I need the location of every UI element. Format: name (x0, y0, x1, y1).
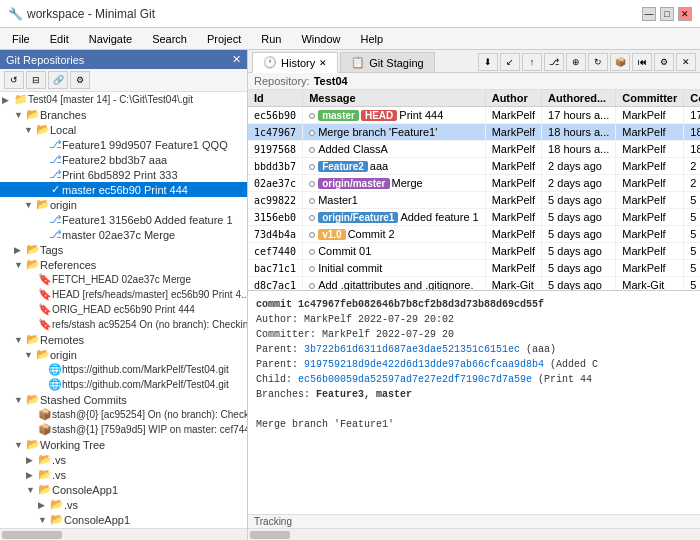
parent1-link[interactable]: 3b722b61d6311d687ae3dae521351c6151ec (304, 344, 520, 355)
table-row[interactable]: bbdd3b7Feature2aaaMarkPelf2 days agoMark… (248, 158, 700, 175)
commit-author: MarkPelf (485, 107, 541, 124)
col-id[interactable]: Id (248, 90, 303, 107)
origin-master[interactable]: ⎇ master 02ae37c Merge (0, 227, 247, 242)
menu-item-help[interactable]: Help (357, 32, 388, 46)
origin-node[interactable]: ▼ 📂 origin (0, 197, 247, 212)
vs-folder-1[interactable]: ▶ 📂 .vs (0, 452, 247, 467)
consoleapp1-vs[interactable]: ▶ 📂 .vs (0, 497, 247, 512)
tags-node[interactable]: ▶ 📂 Tags (0, 242, 247, 257)
consoleapp1-root[interactable]: ▼ 📂 ConsoleApp1 (0, 482, 247, 497)
tab-history[interactable]: 🕐 History ✕ (252, 52, 338, 73)
close-right-btn[interactable]: ✕ (676, 53, 696, 71)
vs-folder-2[interactable]: ▶ 📂 .vs (0, 467, 247, 482)
node-text: FETCH_HEAD 02ae37c Merge (52, 274, 191, 285)
table-row[interactable]: 1c47967Merge branch 'Feature1'MarkPelf18… (248, 124, 700, 141)
reset-btn[interactable]: ⏮ (632, 53, 652, 71)
commit-committed: 18 hours a... (684, 141, 700, 158)
menu-item-navigate[interactable]: Navigate (85, 32, 136, 46)
branches-node[interactable]: ▼ 📂 Branches (0, 107, 247, 122)
parent2-link[interactable]: 919759218d9de422d6d13dde97ab66cfcaa9d8b4 (304, 359, 544, 370)
close-panel-btn[interactable]: ✕ (232, 53, 241, 66)
commit-table-scroll[interactable]: Id Message Author Authored... Committer … (248, 90, 700, 290)
commit-authored: 18 hours a... (542, 141, 616, 158)
tab-close-icon[interactable]: ✕ (319, 58, 327, 68)
parent2-line: Parent: 919759218d9de422d6d13dde97ab66cf… (256, 357, 692, 372)
table-row[interactable]: bac71c1Initial commitMarkPelf5 days agoM… (248, 260, 700, 277)
commit-message-detail: Merge branch 'Feature1' (256, 417, 692, 432)
menu-item-window[interactable]: Window (297, 32, 344, 46)
merge-btn[interactable]: ⊕ (566, 53, 586, 71)
local-node[interactable]: ▼ 📂 Local (0, 122, 247, 137)
remote-url-2[interactable]: 🌐 https://github.com/MarkPelf/Test04.git (0, 377, 247, 392)
branch-icon: ⎇ (48, 153, 62, 166)
child-line: Child: ec56b00059da52597ad7e27e2df7190c7… (256, 372, 692, 387)
commit-committed: 5 days ago (684, 243, 700, 260)
orig-head-ref[interactable]: 🔖 ORIG_HEAD ec56b90 Print 444 (0, 302, 247, 317)
menu-item-run[interactable]: Run (257, 32, 285, 46)
maximize-btn[interactable]: □ (660, 7, 674, 21)
col-message[interactable]: Message (303, 90, 486, 107)
minimize-btn[interactable]: — (642, 7, 656, 21)
left-panel-hscroll[interactable] (0, 528, 247, 540)
remotes-node[interactable]: ▼ 📂 Remotes (0, 332, 247, 347)
table-row[interactable]: ac99822Master1MarkPelf5 days agoMarkPelf… (248, 192, 700, 209)
print-branch[interactable]: ⎇ Print 6bd5892 Print 333 (0, 167, 247, 182)
table-row[interactable]: cef7440Commit 01MarkPelf5 days agoMarkPe… (248, 243, 700, 260)
table-row[interactable]: ec56b90masterHEADPrint 444MarkPelf17 hou… (248, 107, 700, 124)
consoleapp1-inner[interactable]: ▼ 📂 ConsoleApp1 (0, 512, 247, 527)
git-repos-label: Git Repositories (6, 54, 84, 66)
commit-committed: 18 hours a... (684, 124, 700, 141)
settings-right-btn[interactable]: ⚙ (654, 53, 674, 71)
node-text: Feature1 3156eb0 Added feature 1 (62, 214, 233, 226)
master-branch[interactable]: ✓ master ec56b90 Print 444 (0, 182, 247, 197)
feature2-branch[interactable]: ⎇ Feature2 bbd3b7 aaa (0, 152, 247, 167)
push-btn[interactable]: ↑ (522, 53, 542, 71)
col-committed[interactable]: Committe... (684, 90, 700, 107)
collapse-btn[interactable]: ⊟ (26, 71, 46, 89)
link-btn[interactable]: 🔗 (48, 71, 68, 89)
menu-item-file[interactable]: File (8, 32, 34, 46)
table-row[interactable]: 9197568Added ClassAMarkPelf18 hours a...… (248, 141, 700, 158)
remotes-origin-node[interactable]: ▼ 📂 origin (0, 347, 247, 362)
tab-staging[interactable]: 📋 Git Staging (340, 52, 434, 72)
origin-feature1[interactable]: ⎇ Feature1 3156eb0 Added feature 1 (0, 212, 247, 227)
settings-btn[interactable]: ⚙ (70, 71, 90, 89)
node-text: origin (50, 199, 77, 211)
table-row[interactable]: d8c7ac1Add .gitattributes and .gitignore… (248, 277, 700, 291)
col-author[interactable]: Author (485, 90, 541, 107)
child-link[interactable]: ec56b00059da52597ad7e27e2df7190c7d7a59e (298, 374, 532, 385)
right-panel-hscroll[interactable] (248, 528, 700, 540)
pull-btn[interactable]: ↙ (500, 53, 520, 71)
rebase-btn[interactable]: ↻ (588, 53, 608, 71)
head-ref[interactable]: 🔖 HEAD [refs/heads/master] ec56b90 Print… (0, 287, 247, 302)
stash-0[interactable]: 📦 stash@{0} [ac95254] On (no branch): Ch… (0, 407, 247, 422)
table-row[interactable]: 3156eb0origin/Feature1Added feature 1Mar… (248, 209, 700, 226)
working-tree-node[interactable]: ▼ 📂 Working Tree (0, 437, 247, 452)
stashed-commits-node[interactable]: ▼ 📂 Stashed Commits (0, 392, 247, 407)
node-text: refs/stash ac95254 On (no branch): Check… (52, 319, 247, 330)
fetch-head-ref[interactable]: 🔖 FETCH_HEAD 02ae37c Merge (0, 272, 247, 287)
feature1-branch[interactable]: ⎇ Feature1 99d9507 Feature1 QQQ (0, 137, 247, 152)
menu-item-edit[interactable]: Edit (46, 32, 73, 46)
menu-item-project[interactable]: Project (203, 32, 245, 46)
stash-btn[interactable]: 📦 (610, 53, 630, 71)
stash-ref[interactable]: 🔖 refs/stash ac95254 On (no branch): Che… (0, 317, 247, 332)
tree-root[interactable]: ▶ 📁 Test04 [master 14] - C:\Git\Test04\.… (0, 92, 247, 107)
table-row[interactable]: 02ae37corigin/masterMergeMarkPelf2 days … (248, 175, 700, 192)
repo-info-bar: Repository: Test04 (248, 73, 700, 90)
menu-item-search[interactable]: Search (148, 32, 191, 46)
branch-btn[interactable]: ⎇ (544, 53, 564, 71)
col-authored[interactable]: Authored... (542, 90, 616, 107)
refresh-btn[interactable]: ↺ (4, 71, 24, 89)
table-row[interactable]: 73d4b4av1.0Commit 2MarkPelf5 days agoMar… (248, 226, 700, 243)
col-committer[interactable]: Committer (616, 90, 684, 107)
node-text: ConsoleApp1 (52, 484, 118, 496)
stash-1[interactable]: 📦 stash@{1} [759a9d5] WIP on master: cef… (0, 422, 247, 437)
node-text: HEAD [refs/heads/master] ec56b90 Print 4… (52, 289, 247, 300)
commit-committer: MarkPelf (616, 192, 684, 209)
close-btn[interactable]: ✕ (678, 7, 692, 21)
references-node[interactable]: ▼ 📂 References (0, 257, 247, 272)
fetch-btn[interactable]: ⬇ (478, 53, 498, 71)
commit-committer: MarkPelf (616, 175, 684, 192)
remote-url-1[interactable]: 🌐 https://github.com/MarkPelf/Test04.git (0, 362, 247, 377)
